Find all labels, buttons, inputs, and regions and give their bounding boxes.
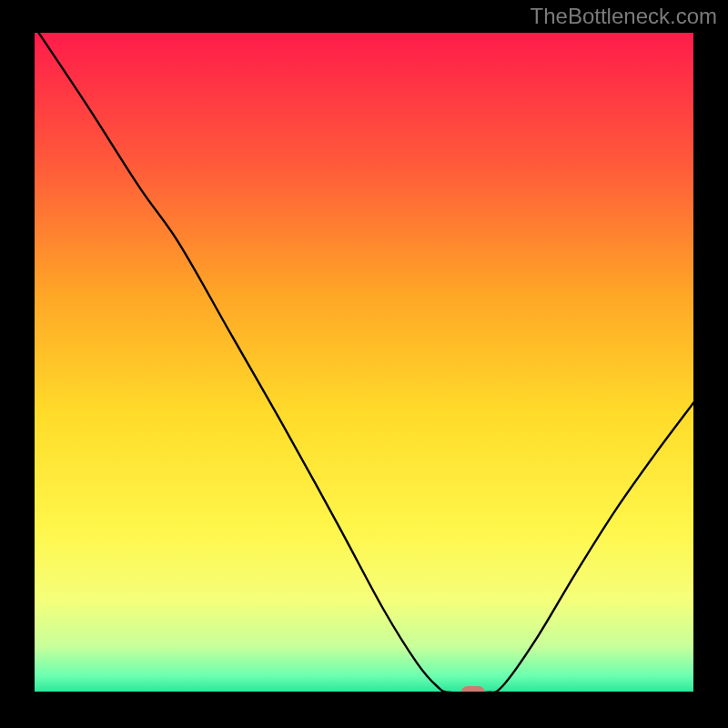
chart-container: TheBottleneck.com	[0, 0, 728, 728]
bottleneck-chart	[0, 0, 728, 728]
watermark-text: TheBottleneck.com	[531, 4, 717, 29]
plot-background	[34, 32, 694, 693]
